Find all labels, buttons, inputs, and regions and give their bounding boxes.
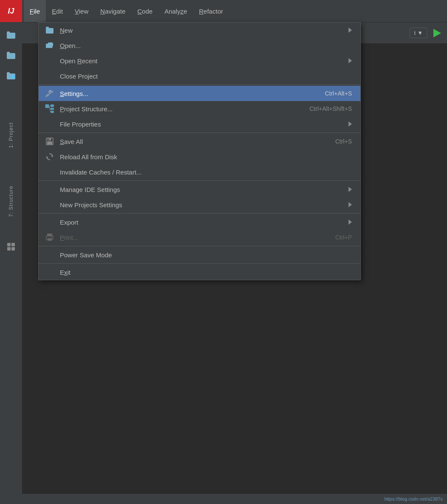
svg-line-14 <box>49 106 51 112</box>
menu-item-settings[interactable]: Settings... Ctrl+Alt+S <box>39 86 360 101</box>
menu-item-open-recent[interactable]: Open Recent <box>39 53 360 68</box>
menu-item-new[interactable]: New <box>39 23 360 38</box>
separator-5 <box>39 246 360 246</box>
export-arrow <box>349 220 352 225</box>
menu-item-save-all[interactable]: Save All Ctrl+S <box>39 134 360 149</box>
menu-file[interactable]: File <box>24 0 46 22</box>
open-recent-label: Open Recent <box>60 57 97 65</box>
save-all-shortcut: Ctrl+S <box>335 138 352 145</box>
new-arrow <box>349 28 352 33</box>
wrench-icon <box>45 89 54 98</box>
save-all-label: Save All <box>60 138 83 145</box>
svg-rect-8 <box>45 104 49 108</box>
menu-item-invalidate[interactable]: Invalidate Caches / Restart... <box>39 164 360 180</box>
manage-ide-arrow <box>349 187 352 192</box>
svg-rect-4 <box>7 247 11 251</box>
run-config-label: t <box>414 30 416 36</box>
new-icon <box>45 25 55 35</box>
separator-2 <box>39 132 360 133</box>
sidebar-label-project[interactable]: 1: Project <box>8 122 14 148</box>
svg-rect-21 <box>47 234 52 236</box>
sidebar-icon-folder[interactable] <box>2 25 20 44</box>
menu-view-label: View <box>75 8 88 15</box>
run-button[interactable] <box>430 26 444 40</box>
print-icon <box>45 232 55 242</box>
menu-refactor[interactable]: Refactor <box>193 0 229 22</box>
manage-ide-label: Manage IDE Settings <box>60 186 120 193</box>
menu-item-file-properties[interactable]: File Properties <box>39 116 360 132</box>
sidebar-left: 1: Project 7: Structure <box>0 22 22 504</box>
project-structure-icon <box>45 104 55 114</box>
menu-item-project-structure[interactable]: Project Structure... Ctrl+Alt+Shift+S <box>39 101 360 116</box>
menu-item-exit[interactable]: Exit <box>39 265 360 280</box>
menu-file-label: File <box>30 8 40 15</box>
sidebar-project-text: 1: Project <box>8 122 14 148</box>
menu-navigate[interactable]: Navigate <box>94 0 131 22</box>
menu-analyze[interactable]: Analyze <box>158 0 193 22</box>
close-project-label: Close Project <box>60 73 98 80</box>
menu-item-power-save-mode[interactable]: Power Save Mode <box>39 247 360 262</box>
menu-item-manage-ide[interactable]: Manage IDE Settings <box>39 182 360 197</box>
power-save-mode-label: Power Save Mode <box>60 251 112 259</box>
open-recent-arrow <box>349 58 352 63</box>
reload-arrows-icon <box>45 152 54 161</box>
svg-rect-2 <box>7 243 11 246</box>
menu-bar: IJ File Edit View Navigate Code Analyze … <box>0 0 447 22</box>
sidebar-icon-bottom[interactable] <box>2 237 20 256</box>
menu-item-export[interactable]: Export <box>39 214 360 230</box>
print-shortcut: Ctrl+P <box>335 234 352 241</box>
open-icon <box>45 40 55 51</box>
sidebar-label-structure[interactable]: 7: Structure <box>8 186 14 217</box>
svg-rect-1 <box>11 75 14 79</box>
menu-view[interactable]: View <box>69 0 94 22</box>
printer-icon <box>45 233 54 242</box>
folder2-icon <box>6 51 16 59</box>
logo-text: IJ <box>8 7 14 16</box>
reload-label: Reload All from Disk <box>60 153 117 160</box>
menu-code[interactable]: Code <box>132 0 159 22</box>
sidebar-icon-folder2[interactable] <box>2 46 20 65</box>
svg-rect-11 <box>51 111 54 113</box>
file-properties-label: File Properties <box>60 121 101 128</box>
svg-rect-24 <box>51 237 52 238</box>
separator-4 <box>39 213 360 214</box>
save-icon <box>45 136 55 146</box>
status-bar: https://blog.csdn.net/a2387s <box>0 494 447 504</box>
print-label: Print... <box>60 234 78 241</box>
separator-6 <box>39 263 360 264</box>
reload-icon <box>45 152 55 162</box>
svg-rect-10 <box>51 108 54 110</box>
project-structure-shortcut: Ctrl+Alt+Shift+S <box>309 105 352 112</box>
menu-edit[interactable]: Edit <box>46 0 69 22</box>
svg-rect-3 <box>11 243 15 246</box>
svg-rect-18 <box>48 138 49 140</box>
new-folder-icon <box>45 26 54 34</box>
menu-item-close-project[interactable]: Close Project <box>39 68 360 84</box>
sidebar-icon-folder3[interactable] <box>2 66 20 85</box>
project-struct-icon <box>45 104 54 113</box>
file-properties-arrow <box>349 121 352 127</box>
run-config-arrow: ▼ <box>417 30 423 36</box>
exit-label: Exit <box>60 269 70 276</box>
open-folder-icon <box>45 42 54 49</box>
menu-item-reload[interactable]: Reload All from Disk <box>39 149 360 164</box>
new-label: New <box>60 27 73 34</box>
run-config-dropdown[interactable]: t ▼ <box>410 28 428 38</box>
settings-label: Settings... <box>60 90 88 97</box>
folder-icon <box>6 31 16 39</box>
separator-3 <box>39 180 360 181</box>
open-label: Open... <box>60 42 81 49</box>
file-dropdown-menu: New Open... Open Recent Close Project <box>38 22 361 280</box>
invalidate-label: Invalidate Caches / Restart... <box>60 169 142 176</box>
svg-rect-17 <box>47 141 52 144</box>
menu-item-new-projects-settings[interactable]: New Projects Settings <box>39 197 360 212</box>
ide-logo: IJ <box>0 0 22 22</box>
menu-navigate-label: Navigate <box>100 8 125 15</box>
settings-shortcut: Ctrl+Alt+S <box>325 90 352 97</box>
settings-icon <box>45 88 55 99</box>
new-projects-settings-label: New Projects Settings <box>60 201 122 208</box>
save-disk-icon <box>45 137 54 146</box>
new-projects-settings-arrow <box>349 202 352 207</box>
sidebar-structure-text: 7: Structure <box>8 186 14 217</box>
menu-item-open[interactable]: Open... <box>39 38 360 53</box>
